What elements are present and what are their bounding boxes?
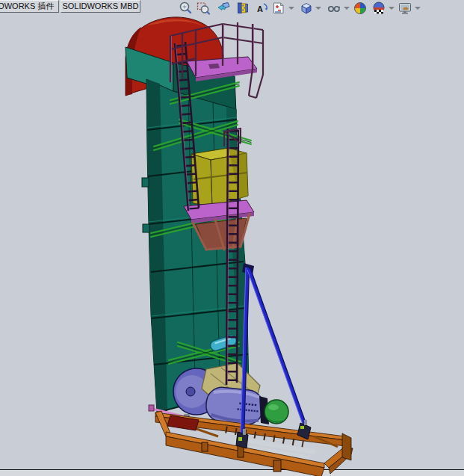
motor-end-cap[interactable] (265, 400, 288, 424)
display-style-dropdown-icon[interactable] (344, 7, 350, 10)
zoom-to-area-icon[interactable] (196, 1, 211, 16)
view-orientation-dropdown-icon[interactable] (315, 7, 321, 10)
previous-view-icon[interactable] (217, 1, 232, 16)
apply-scene-icon[interactable] (371, 1, 386, 16)
document-annotations-icon[interactable] (271, 1, 286, 16)
zoom-to-fit-icon[interactable] (178, 1, 193, 16)
heads-up-toolbar: A (0, 0, 464, 18)
apply-scene-dropdown-icon[interactable] (389, 7, 395, 10)
svg-text:A: A (257, 4, 263, 13)
annotation-view-icon[interactable]: A (254, 1, 269, 16)
model-drive-assembly[interactable] (173, 363, 288, 426)
viewport-3d[interactable] (0, 0, 464, 476)
section-view-icon[interactable] (235, 1, 250, 16)
view-orientation-cube-icon[interactable] (299, 1, 314, 16)
display-style-icon[interactable] (327, 1, 341, 16)
view-settings-dropdown-icon[interactable] (415, 7, 421, 10)
view-settings-icon[interactable] (398, 1, 412, 16)
model-inspection-box[interactable] (191, 148, 248, 206)
edit-appearance-icon[interactable] (353, 1, 368, 16)
document-annotations-dropdown-icon[interactable] (288, 7, 294, 10)
